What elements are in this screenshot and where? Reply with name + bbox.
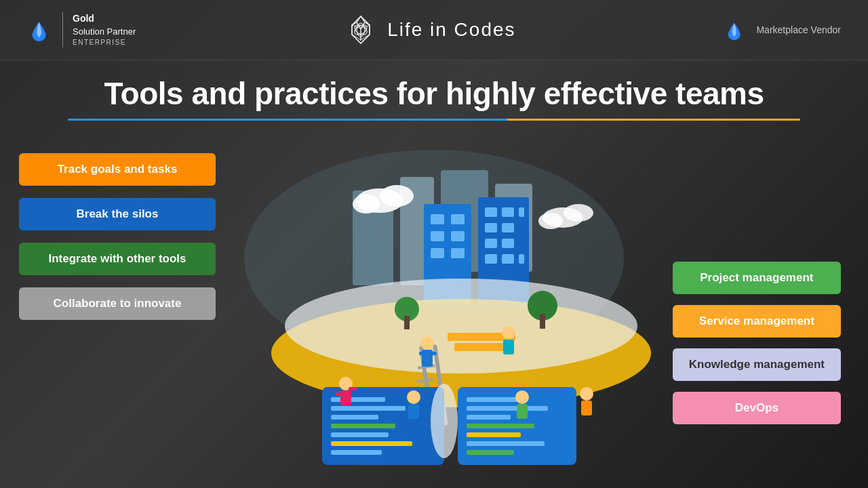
svg-marker-3: [352, 25, 361, 40]
svg-point-84: [580, 387, 593, 401]
atlassian-logo-right-icon: [724, 18, 747, 41]
partner-enterprise-label: ENTERPRISE: [73, 38, 136, 47]
svg-rect-15: [431, 214, 444, 224]
svg-rect-78: [336, 392, 344, 396]
svg-rect-22: [485, 207, 497, 217]
marketplace-label: Marketplace Vendor: [756, 24, 841, 35]
svg-point-67: [431, 384, 458, 458]
svg-point-36: [564, 204, 593, 222]
svg-rect-70: [467, 406, 548, 411]
svg-rect-26: [502, 223, 514, 232]
title-section: Tools and practices for highly effective…: [0, 60, 868, 126]
svg-point-82: [515, 390, 529, 404]
break-silos-button[interactable]: Break the silos: [19, 198, 216, 230]
svg-rect-24: [519, 207, 524, 217]
svg-point-39: [285, 279, 637, 373]
illustration-container: [190, 126, 678, 485]
brand-name: Life in Codes: [387, 19, 515, 41]
svg-rect-72: [467, 424, 534, 428]
svg-rect-23: [502, 207, 514, 217]
svg-rect-63: [331, 424, 395, 428]
svg-rect-25: [485, 223, 497, 232]
main-illustration: [217, 136, 651, 475]
svg-rect-27: [485, 239, 497, 248]
svg-point-33: [380, 185, 414, 207]
header-right: Marketplace Vendor: [724, 18, 841, 41]
svg-rect-43: [540, 314, 545, 329]
svg-rect-16: [451, 214, 465, 224]
svg-marker-2: [361, 25, 370, 40]
svg-rect-17: [431, 231, 444, 241]
svg-rect-83: [517, 404, 528, 419]
svg-rect-60: [331, 397, 385, 402]
svg-rect-73: [467, 432, 521, 437]
atlassian-logo-left-icon: [27, 17, 53, 43]
svg-rect-28: [502, 239, 514, 248]
svg-rect-62: [331, 415, 378, 420]
svg-rect-30: [502, 254, 514, 264]
service-management-button[interactable]: Service management: [673, 305, 841, 338]
title-underline: [68, 119, 800, 121]
svg-rect-65: [331, 441, 412, 446]
svg-rect-85: [581, 401, 592, 415]
svg-point-34: [353, 195, 380, 214]
svg-rect-64: [331, 432, 389, 437]
track-goals-button[interactable]: Track goals and tasks: [19, 153, 216, 186]
svg-rect-71: [467, 415, 511, 420]
project-management-button[interactable]: Project management: [673, 262, 841, 294]
svg-point-37: [538, 213, 563, 229]
svg-rect-75: [467, 450, 514, 455]
svg-rect-66: [331, 450, 382, 455]
life-in-codes-icon: [344, 13, 378, 47]
header-center: Life in Codes: [344, 13, 515, 47]
svg-point-80: [407, 390, 420, 404]
svg-point-51: [420, 336, 434, 350]
svg-rect-18: [451, 231, 465, 241]
collaborate-button[interactable]: Collaborate to innovate: [19, 287, 216, 320]
right-buttons-group: Project management Service management Kn…: [673, 262, 841, 424]
svg-rect-41: [404, 316, 410, 329]
svg-point-57: [502, 326, 515, 340]
svg-rect-58: [503, 340, 514, 354]
partner-gold-label: Gold: [73, 12, 136, 26]
partner-solution-label: Solution Partner: [73, 26, 136, 38]
header: Gold Solution Partner ENTERPRISE Life in…: [0, 0, 868, 60]
svg-rect-74: [467, 441, 545, 446]
svg-rect-31: [519, 254, 524, 264]
main-content: Track goals and tasks Break the silos In…: [0, 126, 868, 485]
svg-rect-53: [419, 352, 426, 355]
svg-rect-19: [431, 248, 444, 258]
header-left: Gold Solution Partner ENTERPRISE: [27, 12, 136, 47]
devops-button[interactable]: DevOps: [673, 392, 841, 424]
svg-rect-79: [349, 387, 357, 390]
svg-rect-61: [331, 406, 406, 411]
svg-rect-56: [454, 343, 509, 351]
left-buttons-group: Track goals and tasks Break the silos In…: [19, 153, 216, 320]
svg-rect-20: [451, 248, 465, 258]
svg-rect-29: [485, 254, 497, 264]
integrate-tools-button[interactable]: Integrate with other tools: [19, 243, 216, 275]
partner-text: Gold Solution Partner ENTERPRISE: [62, 12, 136, 47]
svg-rect-81: [408, 404, 419, 419]
page-title: Tools and practices for highly effective…: [27, 75, 841, 112]
knowledge-management-button[interactable]: Knowledge management: [673, 348, 841, 381]
svg-rect-54: [430, 352, 437, 355]
